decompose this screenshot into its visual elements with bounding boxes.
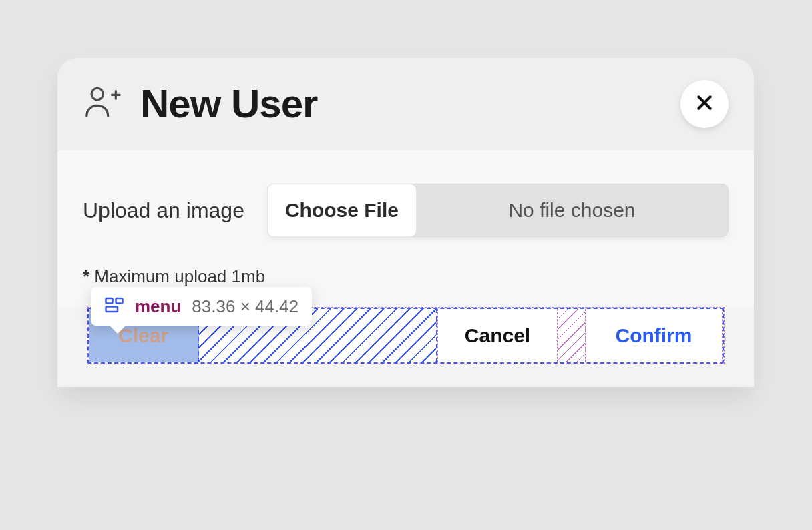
dialog-header: New User [57,58,754,150]
svg-rect-7 [116,298,123,304]
file-input[interactable]: Choose File No file chosen [267,184,729,237]
close-button[interactable] [680,80,729,128]
confirm-button[interactable]: Confirm [586,309,723,362]
close-icon [694,93,715,115]
choose-file-button[interactable]: Choose File [267,184,417,237]
svg-rect-5 [106,298,113,304]
cancel-button[interactable]: Cancel [437,309,558,362]
dialog-title: New User [140,81,317,127]
inspector-element-name: menu [135,296,181,317]
file-chosen-text: No file chosen [416,184,728,236]
inspector-tooltip: menu 83.36 × 44.42 [91,287,312,326]
upload-label: Upload an image [83,198,244,223]
add-user-icon [83,83,122,125]
dialog-body: Upload an image Choose File No file chos… [57,150,754,307]
svg-point-0 [91,88,103,99]
new-user-dialog: New User Upload an image Choose File No … [57,58,754,387]
flex-gap-small [558,309,586,362]
upload-hint: * Maximum upload 1mb [83,266,729,287]
flex-icon [104,295,124,318]
svg-rect-6 [106,307,118,312]
inspector-dimensions: 83.36 × 44.42 [192,296,298,317]
